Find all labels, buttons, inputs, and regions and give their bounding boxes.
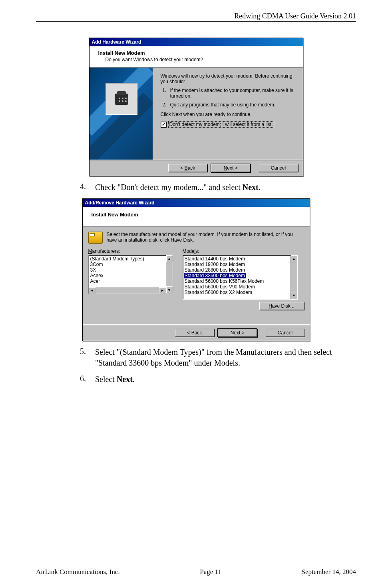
svg-point-7 bbox=[125, 100, 127, 102]
instruction-step-6: 6. Select Next. bbox=[80, 374, 356, 385]
manufacturers-listbox[interactable]: (Standard Modem Types) 3Com 3X Aceex Ace… bbox=[88, 255, 173, 294]
back-button[interactable]: < Back bbox=[168, 164, 207, 172]
dialog-instruction-text: Select the manufacturer and model of you… bbox=[107, 232, 303, 243]
dialog-heading: Install New Modem bbox=[83, 207, 310, 227]
list-item[interactable]: Standard 19200 bps Modem bbox=[184, 262, 296, 267]
scroll-up-icon[interactable]: ▲ bbox=[291, 255, 297, 262]
svg-point-6 bbox=[122, 100, 123, 102]
svg-rect-0 bbox=[115, 94, 128, 105]
svg-point-4 bbox=[125, 98, 127, 99]
models-listbox[interactable]: Standard 14400 bps Modem Standard 19200 … bbox=[183, 255, 298, 300]
list-item[interactable]: 3X bbox=[90, 267, 172, 273]
svg-rect-1 bbox=[117, 91, 126, 95]
list-item[interactable]: Standard 28800 bps Modem bbox=[184, 267, 296, 273]
models-label: Models: bbox=[183, 248, 298, 254]
manufacturers-label: Manufacturers: bbox=[88, 248, 173, 254]
cancel-button[interactable]: Cancel bbox=[259, 164, 298, 172]
add-hardware-wizard-dialog: Add Hardware Wizard Install New Modem Do… bbox=[89, 38, 303, 176]
page-footer: AirLink Communications, Inc. Page 11 Sep… bbox=[36, 567, 356, 576]
dialog-heading: Install New Modem bbox=[98, 50, 297, 56]
dialog-subheading: Do you want Windows to detect your modem… bbox=[105, 57, 297, 62]
dialog-title: Add/Remove Hardware Wizard bbox=[83, 199, 310, 207]
list-item[interactable]: Standard 56000 bps X2 Modem bbox=[184, 290, 296, 295]
wizard-sidebar-graphic bbox=[90, 68, 153, 160]
have-disk-button[interactable]: Have Disk... bbox=[259, 302, 304, 310]
wizard-continue-text: Click Next when you are ready to continu… bbox=[161, 112, 296, 117]
wizard-step-1: If the modem is attached to your compute… bbox=[168, 88, 296, 99]
instruction-step-4: 4. Check "Don't detect my modem..." and … bbox=[80, 182, 356, 193]
instruction-step-5: 5. Select "(Standard Modem Types)" from … bbox=[80, 347, 356, 368]
scroll-up-icon[interactable]: ▲ bbox=[166, 255, 173, 262]
list-item[interactable]: (Standard Modem Types) bbox=[90, 256, 172, 262]
modem-icon bbox=[88, 232, 103, 244]
wizard-intro-text: Windows will now try to detect your mode… bbox=[161, 73, 296, 84]
scrollbar-horizontal[interactable]: ◄ ► bbox=[89, 287, 166, 294]
list-item-selected[interactable]: Standard 33600 bps Modem bbox=[184, 273, 246, 278]
list-item[interactable]: Standard 56000 bps V90 Modem bbox=[184, 284, 296, 290]
back-button[interactable]: < Back bbox=[175, 329, 214, 337]
add-remove-hardware-wizard-dialog: Add/Remove Hardware Wizard Install New M… bbox=[82, 198, 310, 341]
scroll-right-icon[interactable]: ► bbox=[159, 287, 166, 294]
page-header: Redwing CDMA User Guide Version 2.01 bbox=[36, 12, 356, 22]
phone-modem-icon bbox=[105, 83, 137, 115]
footer-company: AirLink Communications, Inc. bbox=[36, 568, 120, 576]
footer-page: Page 11 bbox=[200, 568, 221, 576]
scroll-down-icon[interactable]: ▼ bbox=[166, 286, 173, 294]
next-button[interactable]: Next > bbox=[211, 164, 250, 172]
svg-point-5 bbox=[119, 100, 120, 102]
list-item[interactable]: Standard 14400 bps Modem bbox=[184, 256, 296, 262]
cancel-button[interactable]: Cancel bbox=[266, 329, 305, 337]
dialog-title: Add Hardware Wizard bbox=[90, 38, 303, 46]
list-item[interactable]: 3Com bbox=[90, 262, 172, 267]
svg-point-2 bbox=[119, 98, 120, 99]
next-button[interactable]: Next > bbox=[218, 329, 257, 337]
footer-date: September 14, 2004 bbox=[302, 568, 356, 576]
scrollbar-vertical[interactable]: ▲ ▼ bbox=[166, 255, 173, 294]
list-item[interactable]: Acer bbox=[90, 278, 172, 284]
svg-point-3 bbox=[122, 98, 123, 99]
scroll-down-icon[interactable]: ▼ bbox=[291, 292, 297, 299]
list-item[interactable]: Standard 56000 bps K56Flex Modem bbox=[184, 278, 296, 284]
wizard-step-2: Quit any programs that may be using the … bbox=[168, 102, 296, 108]
scroll-left-icon[interactable]: ◄ bbox=[89, 287, 96, 294]
dont-detect-checkbox[interactable]: ✓ bbox=[161, 122, 167, 128]
dont-detect-label: Don't detect my modem; I will select it … bbox=[168, 121, 274, 128]
list-item[interactable]: Aceex bbox=[90, 273, 172, 278]
scrollbar-vertical[interactable]: ▲ ▼ bbox=[291, 255, 297, 299]
